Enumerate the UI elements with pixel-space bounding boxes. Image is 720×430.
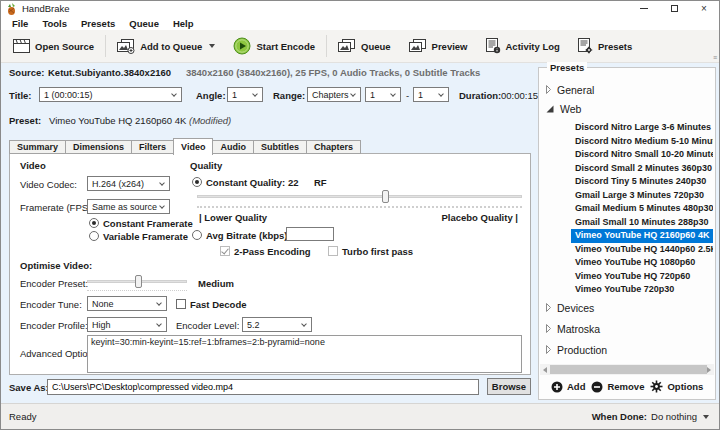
source-name: Ketut.Subiyanto.3840x2160	[48, 67, 171, 78]
chevron-right-icon	[546, 85, 551, 94]
activity-log-icon	[486, 38, 501, 54]
title-label: Title:	[9, 90, 32, 101]
encoder-preset-slider-thumb[interactable]	[135, 275, 142, 288]
two-pass-label: 2-Pass Encoding	[234, 246, 311, 257]
framerate-dropdown[interactable]: Same as source	[87, 199, 170, 214]
toolbar-separator	[326, 35, 327, 57]
turbo-first-pass-checkbox[interactable]	[328, 246, 338, 256]
preset-item[interactable]: Gmail Medium 5 Minutes 480p30	[539, 202, 715, 216]
range-to-dropdown[interactable]: 1	[413, 87, 449, 102]
chevron-expanded-icon	[546, 105, 554, 113]
preset-category-devices[interactable]: Devices	[539, 300, 715, 315]
close-button[interactable]: ×	[689, 1, 719, 16]
scroll-right-icon	[707, 367, 711, 373]
encoder-preset-label: Encoder Preset:	[20, 278, 88, 289]
preset-category-web[interactable]: Web	[539, 101, 715, 116]
preset-category-general[interactable]: General	[539, 82, 715, 97]
preset-item[interactable]: Discord Nitro Large 3-6 Minutes 1080p30	[539, 121, 715, 135]
quality-slider-thumb[interactable]	[382, 190, 389, 203]
presets-panel-title: Presets	[547, 62, 587, 73]
browse-button[interactable]: Browse	[487, 378, 531, 395]
title-dropdown[interactable]: 1 (00:00:15)	[39, 87, 182, 102]
preset-item[interactable]: Vimeo YouTube 720p30	[539, 283, 715, 297]
open-source-button[interactable]: Open Source	[4, 32, 103, 60]
queue-button[interactable]: Queue	[329, 32, 400, 60]
start-encode-play-icon	[233, 37, 251, 55]
maximize-button[interactable]	[659, 1, 689, 16]
clapperboard-icon	[13, 39, 30, 53]
range-type-dropdown[interactable]: Chapters	[307, 87, 361, 102]
tab-filters[interactable]: Filters	[131, 140, 174, 154]
avg-bitrate-input[interactable]	[286, 227, 334, 241]
add-to-queue-button[interactable]: Add to Queue	[108, 32, 224, 60]
video-section-title: Video	[20, 160, 46, 171]
add-to-queue-icon	[117, 39, 135, 54]
minimize-icon	[640, 8, 648, 9]
chevron-down-icon	[438, 91, 444, 97]
when-done-value: Do nothing	[651, 411, 697, 422]
variable-framerate-radio[interactable]	[89, 231, 99, 241]
menu-file[interactable]: File	[5, 18, 35, 29]
menu-help[interactable]: Help	[166, 18, 201, 29]
preset-item-selected[interactable]: Vimeo YouTube HQ 2160p60 4K	[539, 229, 715, 243]
chevron-down-icon	[156, 321, 162, 327]
preset-category-production[interactable]: Production	[539, 342, 715, 357]
constant-quality-unit: RF	[314, 177, 327, 188]
quality-slider-ticks	[197, 206, 522, 208]
preset-item[interactable]: Vimeo YouTube HQ 1080p60	[539, 256, 715, 270]
tab-dimensions[interactable]: Dimensions	[65, 140, 132, 154]
preset-item[interactable]: Discord Small 2 Minutes 360p30	[539, 162, 715, 176]
tab-chapters[interactable]: Chapters	[306, 140, 361, 154]
remove-preset-button[interactable]: Remove	[591, 381, 644, 393]
preset-item[interactable]: Discord Tiny 5 Minutes 240p30	[539, 175, 715, 189]
tab-subtitles[interactable]: Subtitles	[253, 140, 307, 154]
video-codec-dropdown[interactable]: H.264 (x264)	[87, 176, 170, 191]
queue-icon	[338, 39, 356, 54]
tab-audio[interactable]: Audio	[212, 140, 254, 154]
preset-options-button[interactable]: Options	[650, 380, 703, 393]
preset-item[interactable]: Discord Nitro Small 10-20 Minutes 480p30	[539, 148, 715, 162]
add-preset-button[interactable]: Add	[551, 381, 585, 393]
angle-dropdown[interactable]: 1	[227, 87, 263, 102]
fast-decode-checkbox[interactable]	[176, 299, 186, 309]
chevron-right-icon	[546, 345, 551, 354]
encoder-tune-dropdown[interactable]: None	[87, 296, 167, 311]
start-encode-button[interactable]: Start Encode	[224, 32, 324, 60]
toolbar-overflow-icon[interactable]: ≡	[713, 54, 717, 61]
tab-video[interactable]: Video	[173, 138, 213, 155]
source-details: 3840x2160 (3840x2160), 25 FPS, 0 Audio T…	[186, 67, 480, 78]
duration-value: 00:00:15	[501, 90, 538, 101]
menu-queue[interactable]: Queue	[122, 18, 166, 29]
menu-tools[interactable]: Tools	[35, 18, 74, 29]
preset-item[interactable]: Gmail Large 3 Minutes 720p30	[539, 189, 715, 203]
scrollbar-thumb[interactable]	[550, 365, 707, 374]
preset-modified-flag: (Modified)	[189, 115, 231, 126]
two-pass-checkbox[interactable]	[220, 246, 230, 256]
menu-presets[interactable]: Presets	[74, 18, 122, 29]
range-from-dropdown[interactable]: 1	[365, 87, 401, 102]
advanced-options-input[interactable]: keyint=30:min-keyint=15:ref=1:bframes=2:…	[87, 335, 522, 373]
activity-log-button[interactable]: Activity Log	[477, 32, 569, 60]
preset-item[interactable]: Vimeo YouTube HQ 1440p60 2.5K	[539, 243, 715, 257]
lower-quality-label: | Lower Quality	[199, 212, 267, 223]
presets-horizontal-scrollbar[interactable]	[540, 364, 714, 375]
quality-slider[interactable]	[197, 190, 522, 203]
minimize-button[interactable]	[629, 1, 659, 16]
encoder-level-dropdown[interactable]: 5.2	[242, 317, 312, 332]
save-as-input[interactable]	[47, 379, 479, 395]
encoder-profile-dropdown[interactable]: High	[87, 317, 167, 332]
encoder-preset-slider[interactable]	[87, 275, 187, 288]
turbo-first-pass-label: Turbo first pass	[342, 246, 413, 257]
preset-item[interactable]: Vimeo YouTube HQ 720p60	[539, 270, 715, 284]
presets-button[interactable]: Presets	[569, 32, 641, 60]
avg-bitrate-radio[interactable]	[192, 230, 202, 240]
constant-quality-radio[interactable]	[192, 177, 202, 187]
constant-framerate-radio[interactable]	[89, 218, 99, 228]
preset-item[interactable]: Gmail Small 10 Minutes 288p30	[539, 216, 715, 230]
preset-item[interactable]: Discord Nitro Medium 5-10 Minutes 720p30	[539, 135, 715, 149]
when-done-dropdown[interactable]: When Done: Do nothing	[592, 411, 709, 422]
tab-summary[interactable]: Summary	[9, 140, 66, 154]
preset-category-matroska[interactable]: Matroska	[539, 321, 715, 336]
preview-button[interactable]: Preview	[400, 32, 477, 60]
preview-icon	[409, 39, 427, 54]
